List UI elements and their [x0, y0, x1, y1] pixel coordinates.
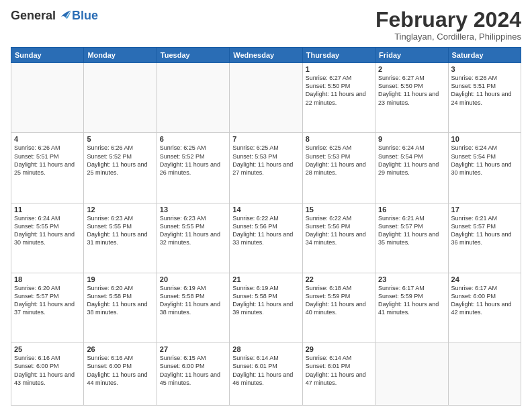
- day-info: Sunrise: 6:24 AM Sunset: 5:54 PM Dayligh…: [451, 144, 518, 177]
- calendar-cell: 9Sunrise: 6:24 AM Sunset: 5:54 PM Daylig…: [375, 133, 448, 203]
- day-number: 23: [378, 275, 445, 283]
- day-info: Sunrise: 6:22 AM Sunset: 5:56 PM Dayligh…: [232, 214, 299, 247]
- calendar-cell: 23Sunrise: 6:17 AM Sunset: 5:59 PM Dayli…: [375, 273, 448, 342]
- day-number: 26: [87, 345, 153, 353]
- day-number: 9: [378, 135, 445, 143]
- logo-bird-icon: [57, 8, 72, 23]
- calendar-cell: 26Sunrise: 6:16 AM Sunset: 6:00 PM Dayli…: [84, 343, 157, 406]
- day-info: Sunrise: 6:16 AM Sunset: 6:00 PM Dayligh…: [87, 354, 153, 387]
- header-monday: Monday: [84, 48, 157, 63]
- logo-general-text: General: [11, 9, 56, 23]
- calendar-cell: 12Sunrise: 6:23 AM Sunset: 5:55 PM Dayli…: [84, 203, 157, 273]
- header: General Blue February 2024 Tinglayan, Co…: [11, 8, 521, 42]
- day-info: Sunrise: 6:24 AM Sunset: 5:55 PM Dayligh…: [14, 214, 81, 247]
- week-row-1: 1Sunrise: 6:27 AM Sunset: 5:50 PM Daylig…: [11, 63, 521, 133]
- day-info: Sunrise: 6:27 AM Sunset: 5:50 PM Dayligh…: [378, 74, 445, 107]
- calendar-cell: [230, 63, 302, 133]
- calendar-cell: 1Sunrise: 6:27 AM Sunset: 5:50 PM Daylig…: [302, 63, 375, 133]
- calendar-cell: 18Sunrise: 6:20 AM Sunset: 5:57 PM Dayli…: [11, 273, 84, 342]
- calendar-cell: 4Sunrise: 6:26 AM Sunset: 5:51 PM Daylig…: [11, 133, 84, 203]
- day-number: 11: [14, 205, 81, 214]
- day-number: 4: [14, 135, 81, 143]
- day-info: Sunrise: 6:20 AM Sunset: 5:57 PM Dayligh…: [14, 284, 81, 317]
- day-info: Sunrise: 6:26 AM Sunset: 5:51 PM Dayligh…: [14, 144, 81, 177]
- day-number: 13: [160, 205, 226, 214]
- calendar-cell: [11, 63, 84, 133]
- day-number: 14: [232, 205, 299, 214]
- calendar-cell: 16Sunrise: 6:21 AM Sunset: 5:57 PM Dayli…: [375, 203, 448, 273]
- logo: General Blue: [11, 8, 98, 23]
- calendar-cell: 5Sunrise: 6:26 AM Sunset: 5:52 PM Daylig…: [84, 133, 157, 203]
- calendar-cell: 8Sunrise: 6:25 AM Sunset: 5:53 PM Daylig…: [302, 133, 375, 203]
- day-number: 5: [87, 135, 153, 143]
- day-info: Sunrise: 6:25 AM Sunset: 5:53 PM Dayligh…: [306, 144, 372, 177]
- calendar-cell: 10Sunrise: 6:24 AM Sunset: 5:54 PM Dayli…: [448, 133, 521, 203]
- day-number: 28: [232, 345, 299, 353]
- day-number: 10: [451, 135, 518, 143]
- day-info: Sunrise: 6:24 AM Sunset: 5:54 PM Dayligh…: [378, 144, 445, 177]
- day-number: 21: [232, 275, 299, 283]
- header-right: February 2024 Tinglayan, Cordillera, Phi…: [375, 8, 521, 42]
- calendar-cell: 7Sunrise: 6:25 AM Sunset: 5:53 PM Daylig…: [230, 133, 302, 203]
- logo-blue-text: Blue: [72, 9, 98, 23]
- calendar-cell: 25Sunrise: 6:16 AM Sunset: 6:00 PM Dayli…: [11, 343, 84, 406]
- day-info: Sunrise: 6:26 AM Sunset: 5:52 PM Dayligh…: [87, 144, 153, 177]
- day-number: 12: [87, 205, 153, 214]
- calendar-cell: 11Sunrise: 6:24 AM Sunset: 5:55 PM Dayli…: [11, 203, 84, 273]
- calendar-cell: [84, 63, 157, 133]
- day-info: Sunrise: 6:23 AM Sunset: 5:55 PM Dayligh…: [160, 214, 226, 247]
- calendar-cell: 6Sunrise: 6:25 AM Sunset: 5:52 PM Daylig…: [157, 133, 229, 203]
- calendar-cell: [375, 343, 448, 406]
- week-row-2: 4Sunrise: 6:26 AM Sunset: 5:51 PM Daylig…: [11, 133, 521, 203]
- day-number: 8: [306, 135, 372, 143]
- calendar-cell: 29Sunrise: 6:14 AM Sunset: 6:01 PM Dayli…: [302, 343, 375, 406]
- day-info: Sunrise: 6:16 AM Sunset: 6:00 PM Dayligh…: [14, 354, 81, 387]
- calendar-cell: 27Sunrise: 6:15 AM Sunset: 6:00 PM Dayli…: [157, 343, 229, 406]
- day-info: Sunrise: 6:25 AM Sunset: 5:53 PM Dayligh…: [232, 144, 299, 177]
- calendar-header-row: Sunday Monday Tuesday Wednesday Thursday…: [11, 48, 521, 63]
- calendar-cell: 2Sunrise: 6:27 AM Sunset: 5:50 PM Daylig…: [375, 63, 448, 133]
- day-info: Sunrise: 6:21 AM Sunset: 5:57 PM Dayligh…: [378, 214, 445, 247]
- week-row-4: 18Sunrise: 6:20 AM Sunset: 5:57 PM Dayli…: [11, 273, 521, 342]
- day-info: Sunrise: 6:17 AM Sunset: 5:59 PM Dayligh…: [378, 284, 445, 317]
- day-info: Sunrise: 6:26 AM Sunset: 5:51 PM Dayligh…: [451, 74, 518, 107]
- header-friday: Friday: [375, 48, 448, 63]
- day-number: 3: [451, 65, 518, 73]
- day-number: 1: [306, 65, 372, 73]
- day-info: Sunrise: 6:21 AM Sunset: 5:57 PM Dayligh…: [451, 214, 518, 247]
- page: General Blue February 2024 Tinglayan, Co…: [0, 0, 532, 411]
- day-number: 27: [160, 345, 226, 353]
- month-title: February 2024: [375, 8, 521, 32]
- day-info: Sunrise: 6:19 AM Sunset: 5:58 PM Dayligh…: [160, 284, 226, 317]
- day-info: Sunrise: 6:18 AM Sunset: 5:59 PM Dayligh…: [306, 284, 372, 317]
- header-thursday: Thursday: [302, 48, 375, 63]
- calendar-cell: [157, 63, 229, 133]
- header-wednesday: Wednesday: [230, 48, 302, 63]
- calendar-cell: 21Sunrise: 6:19 AM Sunset: 5:58 PM Dayli…: [230, 273, 302, 342]
- day-number: 24: [451, 275, 518, 283]
- calendar-cell: 24Sunrise: 6:17 AM Sunset: 6:00 PM Dayli…: [448, 273, 521, 342]
- day-number: 22: [306, 275, 372, 283]
- day-info: Sunrise: 6:27 AM Sunset: 5:50 PM Dayligh…: [306, 74, 372, 107]
- week-row-3: 11Sunrise: 6:24 AM Sunset: 5:55 PM Dayli…: [11, 203, 521, 273]
- day-info: Sunrise: 6:22 AM Sunset: 5:56 PM Dayligh…: [306, 214, 372, 247]
- day-info: Sunrise: 6:14 AM Sunset: 6:01 PM Dayligh…: [306, 354, 372, 387]
- day-number: 29: [306, 345, 372, 353]
- day-number: 19: [87, 275, 153, 283]
- calendar-table: Sunday Monday Tuesday Wednesday Thursday…: [11, 47, 521, 406]
- day-number: 15: [306, 205, 372, 214]
- calendar-cell: 14Sunrise: 6:22 AM Sunset: 5:56 PM Dayli…: [230, 203, 302, 273]
- day-number: 25: [14, 345, 81, 353]
- calendar-cell: 17Sunrise: 6:21 AM Sunset: 5:57 PM Dayli…: [448, 203, 521, 273]
- day-info: Sunrise: 6:15 AM Sunset: 6:00 PM Dayligh…: [160, 354, 226, 387]
- calendar-cell: 3Sunrise: 6:26 AM Sunset: 5:51 PM Daylig…: [448, 63, 521, 133]
- header-tuesday: Tuesday: [157, 48, 229, 63]
- day-number: 20: [160, 275, 226, 283]
- day-info: Sunrise: 6:23 AM Sunset: 5:55 PM Dayligh…: [87, 214, 153, 247]
- day-info: Sunrise: 6:14 AM Sunset: 6:01 PM Dayligh…: [232, 354, 299, 387]
- day-info: Sunrise: 6:19 AM Sunset: 5:58 PM Dayligh…: [232, 284, 299, 317]
- calendar-cell: 28Sunrise: 6:14 AM Sunset: 6:01 PM Dayli…: [230, 343, 302, 406]
- header-sunday: Sunday: [11, 48, 84, 63]
- day-number: 16: [378, 205, 445, 214]
- calendar-cell: 22Sunrise: 6:18 AM Sunset: 5:59 PM Dayli…: [302, 273, 375, 342]
